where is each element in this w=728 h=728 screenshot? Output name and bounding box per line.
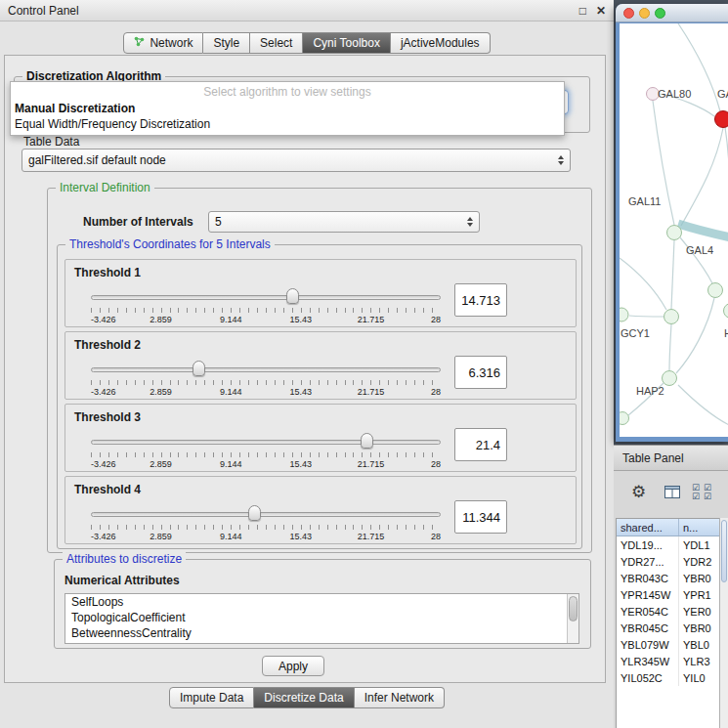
scrollbar-thumb[interactable] bbox=[721, 520, 727, 582]
float-window-icon[interactable]: □ bbox=[579, 4, 586, 18]
table-cell[interactable]: YPR1 bbox=[679, 586, 719, 603]
table-cell[interactable]: YLR3 bbox=[679, 653, 719, 669]
attributes-list: SelfLoops TopologicalCoefficient Between… bbox=[64, 593, 579, 644]
table-cell[interactable]: YBL079W bbox=[617, 636, 679, 653]
table-cell[interactable]: YIL052C bbox=[617, 669, 679, 686]
close-traffic-light[interactable] bbox=[623, 8, 634, 19]
network-tab-icon bbox=[134, 36, 145, 50]
list-item[interactable]: BetweennessCentrality bbox=[65, 625, 578, 641]
stepper-icon[interactable] bbox=[558, 155, 564, 165]
threshold-4-value-field[interactable]: 11.344 bbox=[454, 500, 507, 534]
network-canvas[interactable]: GAL80 GA GAL11 GAL4 GCY1 H HAP2 bbox=[620, 23, 728, 437]
dropdown-option-manual-discretization[interactable]: Manual Discretization bbox=[11, 101, 564, 116]
table-cell[interactable]: YPR145W bbox=[617, 586, 679, 603]
thick-edge[interactable] bbox=[678, 224, 728, 237]
apply-button[interactable]: Apply bbox=[262, 656, 324, 676]
table-data-label: Table Data bbox=[23, 135, 79, 149]
table-row[interactable]: YDL19...YDL1 bbox=[617, 536, 719, 553]
column-header-name[interactable]: n... bbox=[679, 519, 719, 535]
network-node[interactable] bbox=[663, 371, 677, 386]
table-cell[interactable]: YDR2 bbox=[679, 553, 719, 570]
selected-network-node[interactable] bbox=[715, 111, 728, 128]
table-cell[interactable]: YBR045C bbox=[617, 620, 679, 636]
threshold-3-slider[interactable]: -3.426 2.859 9.144 15.43 21.715 28 bbox=[91, 432, 441, 471]
close-icon[interactable]: ✕ bbox=[596, 4, 606, 18]
network-node[interactable] bbox=[667, 226, 682, 240]
table-cell[interactable]: YBL0 bbox=[679, 636, 719, 653]
threshold-1-value-field[interactable]: 14.713 bbox=[454, 283, 507, 317]
slider-track[interactable] bbox=[91, 367, 441, 372]
threshold-2-slider[interactable]: -3.426 2.859 9.144 15.43 21.715 28 bbox=[91, 360, 441, 399]
table-cell[interactable]: YDL19... bbox=[617, 536, 679, 553]
network-node[interactable] bbox=[620, 412, 629, 425]
minimize-traffic-light[interactable] bbox=[639, 8, 650, 19]
table-cell[interactable]: YIL0 bbox=[679, 669, 719, 686]
table-row[interactable]: YBR045CYBR0 bbox=[617, 620, 719, 636]
network-node[interactable] bbox=[708, 283, 723, 298]
node-label: HAP2 bbox=[636, 385, 664, 397]
column-header-shared-name[interactable]: shared... bbox=[617, 519, 679, 535]
control-panel: Control Panel □ ✕ Network Style bbox=[0, 0, 614, 728]
dropdown-option-equal-width-frequency[interactable]: Equal Width/Frequency Discretization bbox=[11, 116, 564, 132]
threshold-3-value-field[interactable]: 21.4 bbox=[454, 428, 507, 461]
slider-track[interactable] bbox=[91, 295, 441, 300]
screen: Control Panel □ ✕ Network Style bbox=[0, 0, 728, 728]
tab-infer-network[interactable]: Infer Network bbox=[355, 687, 445, 708]
table-row[interactable]: YBL079WYBL0 bbox=[617, 636, 719, 653]
table-row[interactable]: YER054CYER0 bbox=[617, 603, 719, 620]
dropdown-placeholder: Select algorithm to view settings bbox=[11, 84, 564, 101]
slider-handle[interactable] bbox=[286, 288, 299, 304]
threshold-2-value-field[interactable]: 6.316 bbox=[454, 356, 507, 389]
table-data-select[interactable]: galFiltered.sif default node bbox=[21, 149, 571, 172]
slider-handle[interactable] bbox=[193, 361, 205, 376]
zoom-traffic-light[interactable] bbox=[655, 8, 665, 19]
table-scrollbar[interactable] bbox=[719, 518, 728, 728]
network-node[interactable] bbox=[620, 308, 628, 321]
scrollbar-thumb[interactable] bbox=[569, 596, 578, 621]
slider-track[interactable] bbox=[91, 440, 441, 445]
slider-handle[interactable] bbox=[248, 505, 261, 521]
tab-jactivemodules[interactable]: jActiveModules bbox=[391, 32, 491, 54]
stepper-icon[interactable] bbox=[467, 217, 473, 227]
table-panel-header: Table Panel bbox=[614, 445, 728, 471]
threshold-4-slider[interactable]: -3.426 2.859 9.144 15.43 21.715 28 bbox=[91, 504, 441, 543]
attributes-scrollbar[interactable] bbox=[567, 594, 578, 643]
table-cell[interactable]: YDR27... bbox=[617, 553, 679, 570]
table-row[interactable]: YBR043CYBR0 bbox=[617, 570, 719, 586]
table-row[interactable]: YDR27...YDR2 bbox=[617, 553, 719, 570]
table-row[interactable]: YIL052CYIL0 bbox=[617, 669, 719, 686]
node-label: GAL80 bbox=[658, 88, 691, 100]
columns-icon[interactable] bbox=[664, 486, 680, 501]
tab-style[interactable]: Style bbox=[203, 32, 250, 54]
tab-select[interactable]: Select bbox=[250, 32, 303, 54]
attributes-group: Attributes to discretize Numerical Attri… bbox=[54, 559, 591, 649]
tab-discretize-data[interactable]: Discretize Data bbox=[254, 687, 354, 708]
threshold-panel-2: Threshold 2 -3.426 2.859 9.144 15.43 21.… bbox=[64, 331, 577, 400]
checkbox-grid-icon[interactable]: ☑ ☑ ☑ ☑ bbox=[692, 484, 715, 501]
network-node[interactable] bbox=[664, 310, 679, 324]
table-cell[interactable]: YBR043C bbox=[617, 570, 679, 586]
node-label: GAL11 bbox=[628, 195, 661, 207]
threshold-1-slider[interactable]: -3.426 2.859 9.144 15.43 21.715 28 bbox=[91, 287, 441, 326]
table-row[interactable]: YLR345WYLR3 bbox=[617, 653, 719, 669]
table-cell[interactable]: YDL1 bbox=[679, 536, 719, 553]
tab-impute-data[interactable]: Impute Data bbox=[169, 687, 254, 708]
table-cell[interactable]: YER0 bbox=[679, 603, 719, 620]
table-cell[interactable]: YLR345W bbox=[617, 653, 679, 669]
node-label: GAL4 bbox=[686, 244, 713, 256]
gear-icon[interactable]: ⚙ bbox=[631, 482, 646, 502]
list-item[interactable]: TopologicalCoefficient bbox=[65, 610, 578, 625]
table-cell[interactable]: YBR0 bbox=[679, 620, 719, 636]
network-node[interactable] bbox=[724, 304, 728, 319]
table-cell[interactable]: YER054C bbox=[617, 603, 679, 620]
table-row[interactable]: YPR145WYPR1 bbox=[617, 586, 719, 603]
number-of-intervals-select[interactable]: 5 bbox=[208, 211, 480, 233]
slider-handle[interactable] bbox=[361, 433, 373, 449]
list-item[interactable]: SelfLoops bbox=[65, 594, 578, 610]
tab-cyni-toolbox[interactable]: Cyni Toolbox bbox=[303, 32, 390, 54]
node-table: shared... n... YDL19...YDL1 YDR27...YDR2… bbox=[616, 518, 720, 728]
interval-definition-title: Interval Definition bbox=[56, 181, 154, 194]
table-cell[interactable]: YBR0 bbox=[679, 570, 719, 586]
tab-network[interactable]: Network bbox=[123, 32, 203, 54]
slider-track[interactable] bbox=[91, 512, 441, 517]
